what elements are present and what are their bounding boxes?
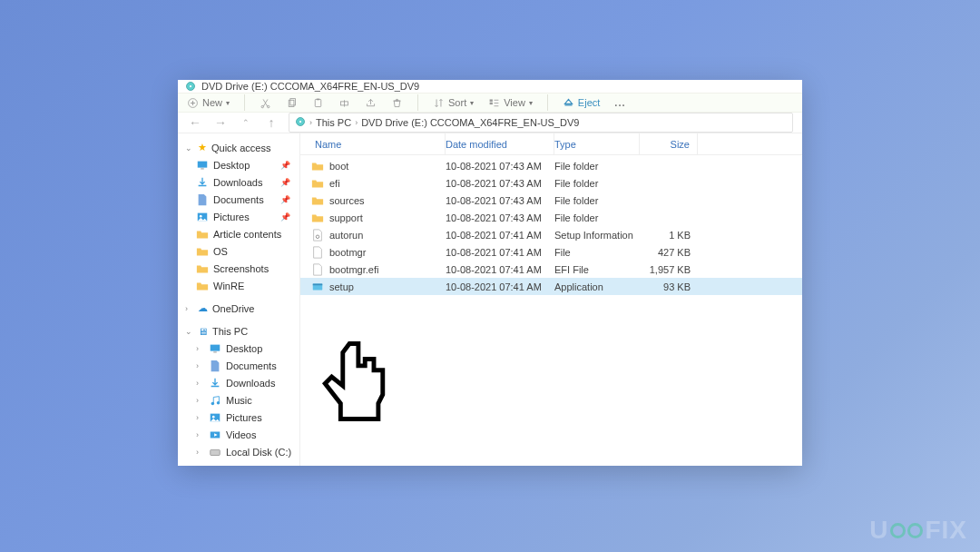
svg-point-23 <box>212 415 215 418</box>
sidebar-quick-access[interactable]: ⌄ ★ Quick access <box>178 139 299 156</box>
pictures-icon <box>209 411 221 424</box>
sidebar-item[interactable]: Desktop 📌 <box>178 156 299 173</box>
table-row[interactable]: sources 10-08-2021 07:43 AM File folder <box>300 192 802 209</box>
sidebar-item-label: Documents <box>226 360 277 371</box>
circle-icon <box>907 523 923 538</box>
cell-type: File folder <box>554 195 640 206</box>
svg-rect-14 <box>198 161 208 167</box>
breadcrumb-root[interactable]: This PC <box>316 117 351 128</box>
share-button[interactable] <box>365 97 377 109</box>
column-date[interactable]: Date modified <box>446 133 554 154</box>
breadcrumb[interactable]: › This PC › DVD Drive (E:) CCCOMA_X64FRE… <box>289 113 793 133</box>
sidebar-item[interactable]: Screenshots <box>178 260 299 277</box>
more-button[interactable]: ... <box>614 97 625 108</box>
cell-type: Setup Information <box>554 230 640 241</box>
cell-date: 10-08-2021 07:43 AM <box>446 195 554 206</box>
sidebar-item[interactable]: › Desktop <box>178 340 299 357</box>
table-row[interactable]: bootmgr.efi 10-08-2021 07:41 AM EFI File… <box>300 261 802 278</box>
chevron-down-icon: ▾ <box>470 99 474 107</box>
folder-icon <box>311 160 324 172</box>
cell-name: efi <box>329 178 340 189</box>
svg-rect-8 <box>317 98 319 100</box>
sidebar-item[interactable]: › Music <box>178 391 299 409</box>
sidebar-onedrive[interactable]: › ☁ OneDrive <box>178 300 299 317</box>
cut-button[interactable] <box>260 97 271 109</box>
copy-button[interactable] <box>286 97 298 109</box>
cell-name: bootmgr <box>329 247 366 258</box>
sidebar-item[interactable]: › Videos <box>178 426 299 443</box>
sidebar-item-label: Pictures <box>213 212 250 222</box>
folder-icon <box>311 212 324 224</box>
column-name[interactable]: Name <box>311 133 446 154</box>
view-icon <box>488 97 500 109</box>
svg-point-4 <box>268 105 270 107</box>
column-size[interactable]: Size <box>640 133 698 154</box>
svg-rect-25 <box>211 449 220 455</box>
up-button[interactable]: ⌃ <box>238 118 254 127</box>
sidebar-item[interactable]: › Local Disk (C:) <box>178 443 299 460</box>
file-icon <box>311 263 324 276</box>
chevron-right-icon: › <box>196 413 204 422</box>
disc-icon <box>185 81 196 92</box>
cell-name: support <box>329 212 363 223</box>
forward-button[interactable]: → <box>212 115 229 130</box>
sort-button[interactable]: Sort ▾ <box>433 97 474 109</box>
sidebar-item-label: Documents <box>213 194 264 205</box>
cell-name: setup <box>329 281 354 292</box>
breadcrumb-leaf[interactable]: DVD Drive (E:) CCCOMA_X64FRE_EN-US_DV9 <box>361 117 579 128</box>
sidebar-item[interactable]: WinRE <box>178 277 299 294</box>
chevron-right-icon: › <box>355 118 358 127</box>
back-button[interactable]: ← <box>187 115 203 130</box>
sidebar-item[interactable]: Article contents <box>178 225 299 242</box>
sidebar-this-pc[interactable]: ⌄ 🖥 This PC <box>178 322 299 340</box>
up-one-level-button[interactable]: ↑ <box>263 115 279 130</box>
table-row[interactable]: efi 10-08-2021 07:43 AM File folder <box>300 174 802 192</box>
sidebar-item[interactable]: Pictures 📌 <box>178 208 299 225</box>
sidebar-item[interactable]: › Documents <box>178 357 299 374</box>
file-icon <box>311 246 324 259</box>
view-button[interactable]: View ▾ <box>488 97 533 109</box>
table-row[interactable]: bootmgr 10-08-2021 07:41 AM File 427 KB <box>300 243 802 261</box>
svg-rect-19 <box>213 351 217 352</box>
window-title: DVD Drive (E:) CCCOMA_X64FRE_EN-US_DV9 <box>201 81 419 92</box>
sidebar-item[interactable]: › Downloads <box>178 374 299 391</box>
cloud-icon: ☁ <box>198 302 208 314</box>
table-row[interactable]: boot 10-08-2021 07:43 AM File folder <box>300 157 802 174</box>
cell-name: autorun <box>329 230 363 241</box>
sidebar-item[interactable]: Documents 📌 <box>178 191 299 208</box>
chevron-right-icon: › <box>196 379 204 388</box>
column-type[interactable]: Type <box>554 133 640 154</box>
svg-point-1 <box>190 85 191 87</box>
delete-button[interactable] <box>391 97 403 109</box>
pictures-icon <box>196 211 209 223</box>
svg-point-17 <box>200 214 202 217</box>
star-icon: ★ <box>198 142 207 153</box>
pin-icon: 📌 <box>280 212 290 222</box>
sidebar-item-label: Music <box>226 395 252 406</box>
svg-point-20 <box>211 401 215 405</box>
disk-icon <box>209 446 221 458</box>
table-row[interactable]: setup 10-08-2021 07:41 AM Application 93… <box>300 278 802 295</box>
separator <box>417 94 418 111</box>
eject-button[interactable]: Eject <box>563 97 600 109</box>
table-row[interactable]: autorun 10-08-2021 07:41 AM Setup Inform… <box>300 226 802 243</box>
folder-icon <box>196 245 209 258</box>
paste-button[interactable] <box>312 97 324 109</box>
chevron-down-icon: ▾ <box>226 99 230 107</box>
sidebar-item[interactable]: › Pictures <box>178 409 299 426</box>
body: ⌄ ★ Quick access Desktop 📌 Downloads 📌 D… <box>178 133 802 466</box>
cell-date: 10-08-2021 07:43 AM <box>446 161 554 172</box>
chevron-right-icon: › <box>196 361 204 370</box>
cell-type: Application <box>554 281 640 292</box>
table-row[interactable]: support 10-08-2021 07:43 AM File folder <box>300 209 802 226</box>
pin-icon: 📌 <box>280 195 290 204</box>
cell-size: 93 KB <box>640 281 698 292</box>
new-button[interactable]: New ▾ <box>187 97 230 109</box>
sidebar-item[interactable]: Downloads 📌 <box>178 173 299 191</box>
sidebar-item[interactable]: OS <box>178 242 299 260</box>
cell-date: 10-08-2021 07:41 AM <box>446 264 554 275</box>
rename-button[interactable] <box>338 97 350 109</box>
downloads-icon <box>196 176 209 189</box>
folder-icon <box>311 177 324 190</box>
cell-type: File folder <box>554 161 640 172</box>
